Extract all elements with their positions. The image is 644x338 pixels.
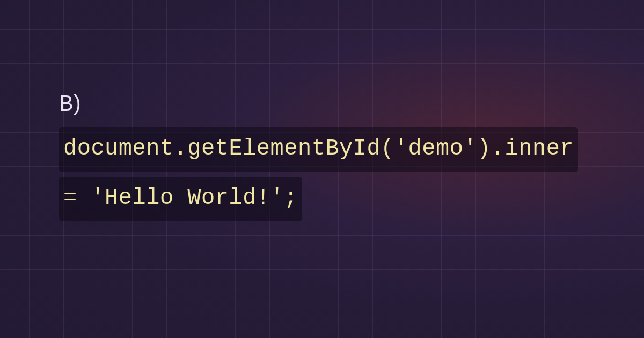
- code-line-1: document.getElementById('demo').inner: [59, 127, 578, 172]
- option-label: B): [59, 91, 585, 115]
- content-area: B) document.getElementById('demo').inner…: [0, 0, 644, 225]
- code-block: document.getElementById('demo').inner = …: [59, 127, 585, 225]
- code-line-2: = 'Hello World!';: [59, 177, 302, 222]
